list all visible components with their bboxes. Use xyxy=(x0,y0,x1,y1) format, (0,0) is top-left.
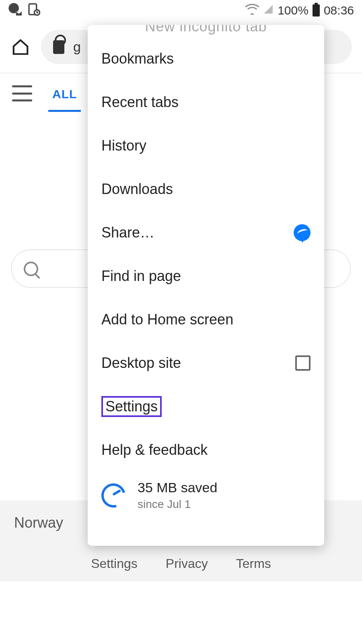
search-icon xyxy=(24,262,38,276)
menu-item-bookmarks[interactable]: Bookmarks xyxy=(88,37,324,80)
data-saver-subtitle: since Jul 1 xyxy=(138,498,217,511)
footer-terms[interactable]: Terms xyxy=(236,556,271,571)
message-icon xyxy=(8,2,22,19)
overflow-menu: New incognito tab Bookmarks Recent tabs … xyxy=(88,25,324,546)
menu-item-incognito[interactable]: New incognito tab xyxy=(88,25,324,37)
wifi-icon xyxy=(245,4,259,18)
gauge-icon xyxy=(97,479,130,512)
menu-item-share[interactable]: Share… xyxy=(88,211,324,254)
battery-percent: 100% xyxy=(278,4,309,17)
battery-icon xyxy=(313,4,320,17)
menu-label: Settings xyxy=(105,398,158,415)
menu-label: Recent tabs xyxy=(101,94,311,111)
menu-label: Downloads xyxy=(101,181,311,198)
lock-icon xyxy=(53,40,64,54)
status-bar: 100% 08:36 xyxy=(0,0,362,21)
clock-time: 08:36 xyxy=(324,4,354,17)
menu-label: Share… xyxy=(101,224,294,241)
menu-label: History xyxy=(101,137,311,154)
menu-label: Help & feedback xyxy=(101,442,311,458)
menu-label: New incognito tab xyxy=(145,25,267,35)
menu-item-add-home[interactable]: Add to Home screen xyxy=(88,298,324,341)
footer-settings[interactable]: Settings xyxy=(91,556,138,571)
menu-item-desktop-site[interactable]: Desktop site xyxy=(88,341,324,385)
menu-item-settings[interactable]: Settings xyxy=(88,385,324,428)
menu-item-find-in-page[interactable]: Find in page xyxy=(88,254,324,298)
tab-all[interactable]: ALL xyxy=(48,75,81,112)
footer-links: Settings Privacy Terms xyxy=(0,545,362,582)
menu-item-recent-tabs[interactable]: Recent tabs xyxy=(88,80,324,124)
hamburger-icon[interactable] xyxy=(12,85,32,101)
menu-label: Desktop site xyxy=(101,355,295,372)
menu-label: Find in page xyxy=(101,268,311,285)
data-saver-title: 35 MB saved xyxy=(138,480,217,495)
menu-item-downloads[interactable]: Downloads xyxy=(88,167,324,211)
menu-item-history[interactable]: History xyxy=(88,124,324,167)
menu-item-data-saver[interactable]: 35 MB saved since Jul 1 xyxy=(88,472,324,523)
menu-item-help[interactable]: Help & feedback xyxy=(88,428,324,472)
sync-icon xyxy=(27,3,40,19)
footer-privacy[interactable]: Privacy xyxy=(166,556,208,571)
menu-label: Add to Home screen xyxy=(101,311,311,328)
url-text: g xyxy=(73,39,81,55)
menu-label: Bookmarks xyxy=(101,50,311,67)
location-text: Norway xyxy=(14,514,63,531)
desktop-checkbox[interactable] xyxy=(295,355,311,371)
messenger-icon xyxy=(294,224,311,241)
home-button[interactable] xyxy=(10,37,31,58)
signal-icon xyxy=(263,4,274,17)
